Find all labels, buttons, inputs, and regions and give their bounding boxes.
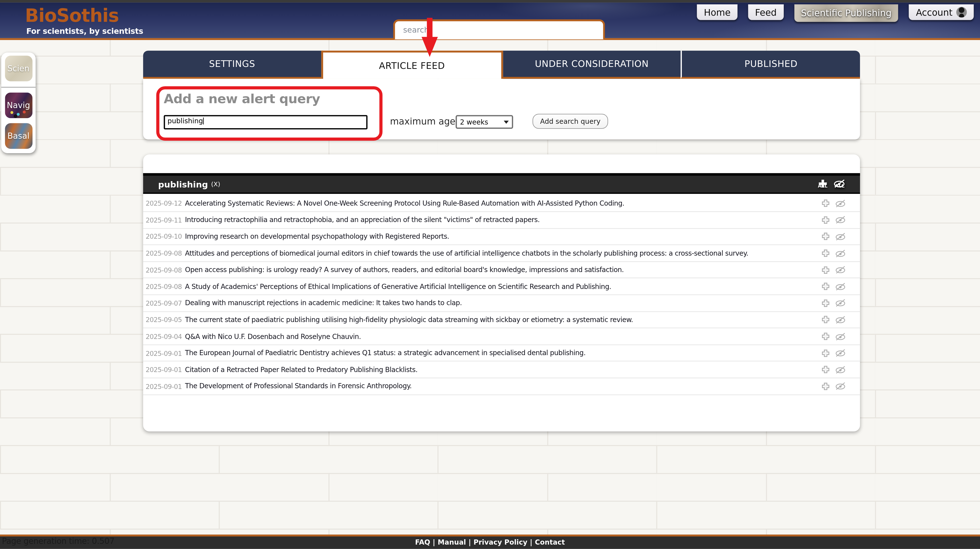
sidebar-item-basal[interactable]: Basal (5, 123, 32, 149)
add-article-icon[interactable] (821, 382, 830, 391)
article-actions (821, 332, 846, 341)
article-title-link[interactable]: A Study of Academics' Perceptions of Eth… (185, 282, 611, 290)
alert-query-input[interactable]: publishing (164, 115, 368, 129)
hide-article-icon[interactable] (835, 249, 846, 257)
hide-article-icon[interactable] (835, 216, 846, 224)
article-title-link[interactable]: The Development of Professional Standard… (185, 382, 412, 390)
add-article-icon[interactable] (821, 266, 830, 274)
footer-link-manual[interactable]: Manual (438, 538, 466, 546)
article-date: 2025-09-01 (146, 349, 185, 357)
article-actions (821, 282, 846, 291)
article-list: 2025-09-12 Accelerating Systematic Revie… (143, 195, 860, 395)
article-row: 2025-09-07 Dealing with manuscript rejec… (143, 295, 860, 312)
account-person-icon (956, 7, 967, 18)
add-article-icon[interactable] (821, 299, 830, 307)
add-article-icon[interactable] (821, 232, 830, 241)
article-title-link[interactable]: Open access publishing: is urology ready… (185, 266, 624, 274)
article-actions (821, 365, 846, 374)
site-logo[interactable]: BioSothis (25, 6, 119, 25)
article-actions (821, 349, 846, 358)
article-title-link[interactable]: The European Journal of Paediatric Denti… (185, 349, 585, 357)
add-search-query-button[interactable]: Add search query (532, 114, 608, 129)
feed-results-card: publishing (X) ALL ALL 2025-09-12 Accele… (143, 154, 860, 431)
sidebar-item-scien[interactable]: Scien (5, 56, 32, 81)
hide-article-icon[interactable] (835, 199, 846, 207)
article-row: 2025-09-12 Accelerating Systematic Revie… (143, 195, 860, 212)
top-edge-bar (0, 0, 980, 2)
tab-settings[interactable]: SETTINGS (143, 51, 321, 79)
footer-link-privacy-policy[interactable]: Privacy Policy (474, 538, 528, 546)
max-age-select[interactable]: 2 weeks (456, 115, 513, 129)
hide-article-icon[interactable] (835, 232, 846, 241)
hide-article-icon[interactable] (835, 349, 846, 357)
add-article-icon[interactable] (821, 199, 830, 208)
article-date: 2025-09-11 (146, 216, 185, 224)
hide-article-icon[interactable] (835, 282, 846, 290)
article-title-link[interactable]: Dealing with manuscript rejections in ac… (185, 299, 462, 307)
article-row: 2025-09-05 The current state of paediatr… (143, 312, 860, 328)
footer-link-contact[interactable]: Contact (535, 538, 565, 546)
article-actions (821, 315, 846, 324)
article-date: 2025-09-12 (146, 200, 185, 207)
site-tagline: For scientists, by scientists (26, 26, 143, 35)
article-actions (821, 266, 846, 274)
article-title-link[interactable]: Improving research on developmental psyc… (185, 232, 449, 241)
add-article-icon[interactable] (821, 216, 830, 224)
feed-header-actions: ALL ALL (818, 180, 846, 189)
left-sidebar: Scien Navig Basal (1, 53, 35, 153)
hide-article-icon[interactable] (835, 299, 846, 307)
tab-under-consideration[interactable]: UNDER CONSIDERATION (503, 51, 681, 79)
hide-all-icon[interactable]: ALL (833, 180, 846, 189)
add-article-icon[interactable] (821, 282, 830, 291)
max-age-label: maximum age: (390, 116, 459, 126)
nav-feed-button[interactable]: Feed (748, 5, 784, 20)
article-actions (821, 249, 846, 258)
search-input[interactable]: search (393, 19, 605, 39)
article-title-link[interactable]: Accelerating Systematic Reviews: A Novel… (185, 199, 624, 207)
tab-article-feed[interactable]: ARTICLE FEED (321, 51, 503, 79)
footer-links: FAQ|Manual|Privacy Policy|Contact (0, 538, 980, 546)
feed-query-label: publishing (158, 179, 208, 189)
article-title-link[interactable]: The current state of paediatric publishi… (185, 316, 633, 324)
hide-article-icon[interactable] (835, 333, 846, 341)
hide-article-icon[interactable] (835, 316, 846, 324)
article-title-link[interactable]: Introducing retractophilia and retractop… (185, 216, 539, 224)
article-title-link[interactable]: Attitudes and perceptions of biomedical … (185, 249, 748, 257)
article-actions (821, 199, 846, 208)
alert-form-heading: Add a new alert query (164, 91, 320, 106)
hide-article-icon[interactable] (835, 266, 846, 274)
article-date: 2025-09-08 (146, 283, 185, 290)
article-date: 2025-09-05 (146, 316, 185, 323)
article-date: 2025-09-04 (146, 333, 185, 340)
article-row: 2025-09-08 Attitudes and perceptions of … (143, 245, 860, 262)
hide-article-icon[interactable] (835, 382, 846, 390)
add-article-icon[interactable] (821, 332, 830, 341)
alert-form-card: Add a new alert query publishing maximum… (143, 79, 860, 139)
article-actions (821, 299, 846, 307)
article-date: 2025-09-10 (146, 233, 185, 240)
page: BioSothis For scientists, by scientists … (0, 0, 980, 549)
feed-query-header: publishing (X) ALL ALL (143, 173, 860, 194)
article-row: 2025-09-04 Q&A with Nico U.F. Dosenbach … (143, 328, 860, 345)
sidebar-item-navig[interactable]: Navig (5, 92, 32, 118)
nav-home-button[interactable]: Home (697, 5, 737, 20)
nav-account-button[interactable]: Account (909, 5, 974, 20)
article-title-link[interactable]: Citation of a Retracted Paper Related to… (185, 366, 417, 374)
article-actions (821, 382, 846, 391)
tab-bar: SETTINGS ARTICLE FEED UNDER CONSIDERATIO… (143, 51, 860, 79)
add-article-icon[interactable] (821, 315, 830, 324)
max-age-selected-value: 2 weeks (460, 118, 488, 126)
tab-published[interactable]: PUBLISHED (681, 51, 860, 79)
add-all-icon[interactable]: ALL (818, 180, 827, 189)
sidebar-divider (1, 86, 35, 87)
article-row: 2025-09-08 Open access publishing: is ur… (143, 262, 860, 278)
hide-article-icon[interactable] (835, 366, 846, 374)
nav-scientific-publishing-button[interactable]: Scientific Publishing (794, 5, 899, 22)
add-article-icon[interactable] (821, 249, 830, 258)
remove-query-button[interactable]: (X) (211, 181, 220, 188)
add-article-icon[interactable] (821, 349, 830, 358)
article-date: 2025-09-01 (146, 366, 185, 374)
footer-link-faq[interactable]: FAQ (415, 538, 430, 546)
add-article-icon[interactable] (821, 365, 830, 374)
article-title-link[interactable]: Q&A with Nico U.F. Dosenbach and Roselyn… (185, 333, 361, 341)
